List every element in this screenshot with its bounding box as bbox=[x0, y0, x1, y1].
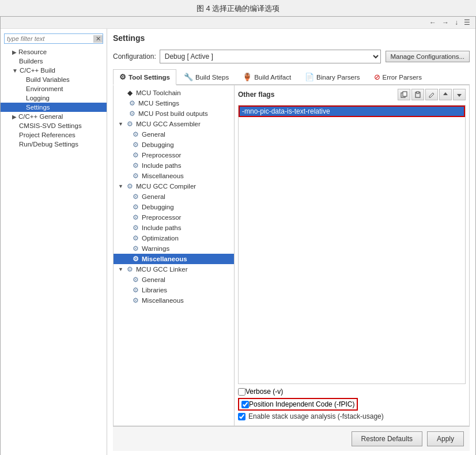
arrow-icon: ▶ bbox=[12, 49, 17, 55]
build-artifact-icon: 🏺 bbox=[243, 73, 252, 81]
tool-settings-icon: ⚙ bbox=[119, 73, 126, 81]
sidebar-item-rundebug[interactable]: Run/Debug Settings bbox=[1, 140, 107, 149]
stack-checkbox[interactable] bbox=[238, 413, 245, 420]
tab-build-steps[interactable]: 🔧 Build Steps bbox=[177, 69, 235, 84]
node-label: Preprocessor bbox=[142, 152, 181, 159]
node-assembler-general[interactable]: ⚙ General bbox=[114, 129, 234, 140]
gear-icon: ⚙ bbox=[131, 276, 140, 284]
node-mcu-gcc-compiler[interactable]: ▼ ⚙ MCU GCC Compiler bbox=[114, 181, 234, 191]
nav-back[interactable]: ← bbox=[428, 18, 438, 27]
tab-tool-settings[interactable]: ⚙ Tool Settings bbox=[113, 69, 176, 85]
flag-value: -mno-pic-data-is-text-relative bbox=[242, 107, 330, 115]
top-nav-bar: ← → ↓ ☰ bbox=[1, 17, 475, 29]
flags-toolbar bbox=[398, 89, 466, 100]
sidebar-item-settings[interactable]: Settings bbox=[1, 103, 107, 112]
pic-checkbox[interactable] bbox=[241, 401, 249, 408]
gear-icon: ⚙ bbox=[131, 296, 140, 304]
tab-binary-parsers[interactable]: 📄 Binary Parsers bbox=[299, 69, 366, 84]
node-compiler-misc[interactable]: ⚙ Miscellaneous bbox=[114, 254, 234, 264]
node-compiler-preprocessor[interactable]: ⚙ Preprocessor bbox=[114, 212, 234, 223]
node-label: General bbox=[142, 193, 165, 200]
sidebar-item-cmsis[interactable]: CMSIS-SVD Settings bbox=[1, 121, 107, 130]
apply-button[interactable]: Apply bbox=[427, 431, 464, 446]
sidebar-item-build-variables[interactable]: Build Variables bbox=[1, 75, 107, 84]
toolbar-down-btn[interactable] bbox=[453, 89, 466, 100]
gear-icon: ⚙ bbox=[131, 161, 140, 170]
gear-icon: ⚙ bbox=[131, 213, 140, 221]
sidebar-item-resource[interactable]: ▶ Resource bbox=[1, 47, 107, 57]
node-linker-libraries[interactable]: ⚙ Libraries bbox=[114, 285, 234, 295]
node-compiler-debugging[interactable]: ⚙ Debugging bbox=[114, 202, 234, 212]
title-text: 图 4 选择正确的编译选项 bbox=[197, 4, 279, 13]
content-panel: Settings Configuration: Debug [ Active ]… bbox=[107, 29, 475, 455]
node-compiler-optimization[interactable]: ⚙ Optimization bbox=[114, 233, 234, 243]
pic-label[interactable]: Position Independent Code (-fPIC) bbox=[249, 400, 354, 408]
node-compiler-warnings[interactable]: ⚙ Warnings bbox=[114, 243, 234, 254]
filter-box[interactable]: ✕ bbox=[4, 33, 103, 44]
node-label: Debugging bbox=[142, 141, 174, 148]
node-assembler-preprocessor[interactable]: ⚙ Preprocessor bbox=[114, 150, 234, 160]
sidebar-item-builders[interactable]: Builders bbox=[1, 57, 107, 66]
tab-label: Binary Parsers bbox=[316, 74, 360, 81]
sidebar-item-ccpp-build[interactable]: ▼ C/C++ Build bbox=[1, 66, 107, 75]
node-mcu-gcc-linker[interactable]: ▼ ⚙ MCU GCC Linker bbox=[114, 264, 234, 274]
node-assembler-debugging[interactable]: ⚙ Debugging bbox=[114, 140, 234, 150]
node-label: Miscellaneous bbox=[142, 297, 184, 304]
pic-checkbox-row: Position Independent Code (-fPIC) bbox=[238, 398, 358, 411]
gear-icon: ⚙ bbox=[131, 203, 140, 211]
node-mcu-toolchain[interactable]: ◆ MCU Toolchain bbox=[114, 88, 234, 98]
manage-configurations-button[interactable]: Manage Configurations... bbox=[386, 51, 470, 62]
flags-bottom: Verbose (-v) Position Independent Code (… bbox=[238, 388, 466, 422]
sidebar-item-ccpp-general[interactable]: ▶ C/C++ General bbox=[1, 112, 107, 121]
node-label: MCU Toolchain bbox=[136, 89, 181, 96]
toolbar-up-btn[interactable] bbox=[439, 89, 452, 100]
nav-down[interactable]: ↓ bbox=[453, 18, 460, 27]
sidebar-item-environment[interactable]: Environment bbox=[1, 84, 107, 93]
node-assembler-include[interactable]: ⚙ Include paths bbox=[114, 160, 234, 171]
filter-input[interactable] bbox=[5, 34, 93, 43]
toolbar-edit-btn[interactable] bbox=[425, 89, 438, 100]
expand-arrow-icon: ▼ bbox=[118, 121, 125, 127]
tab-error-parsers[interactable]: ⊘ Error Parsers bbox=[368, 69, 428, 84]
arrow-icon: ▶ bbox=[12, 114, 17, 120]
node-assembler-misc[interactable]: ⚙ Miscellaneous bbox=[114, 171, 234, 181]
tab-label: Build Steps bbox=[195, 74, 229, 81]
gear-icon: ⚙ bbox=[125, 120, 134, 128]
node-label: General bbox=[142, 276, 165, 283]
tab-build-artifact[interactable]: 🏺 Build Artifact bbox=[236, 69, 297, 84]
sidebar-label: Environment bbox=[26, 85, 63, 92]
verbose-row: Verbose (-v) bbox=[238, 388, 466, 396]
verbose-checkbox[interactable] bbox=[238, 388, 245, 396]
sidebar-label: C/C++ Build bbox=[20, 67, 55, 74]
node-compiler-general[interactable]: ⚙ General bbox=[114, 191, 234, 202]
node-label: Include paths bbox=[142, 224, 181, 231]
stack-checkbox-row: Enable stack usage analysis (-fstack-usa… bbox=[238, 412, 466, 420]
gear-icon: ⚙ bbox=[125, 265, 134, 273]
toolbar-paste-btn[interactable] bbox=[411, 89, 424, 100]
stack-label[interactable]: Enable stack usage analysis (-fstack-usa… bbox=[248, 412, 384, 420]
node-linker-general[interactable]: ⚙ General bbox=[114, 274, 234, 285]
toolbar-copy-btn[interactable] bbox=[398, 89, 410, 100]
node-mcu-gcc-assembler[interactable]: ▼ ⚙ MCU GCC Assembler bbox=[114, 119, 234, 129]
nav-menu[interactable]: ☰ bbox=[462, 18, 472, 27]
restore-defaults-button[interactable]: Restore Defaults bbox=[352, 431, 422, 446]
tabs-bar: ⚙ Tool Settings 🔧 Build Steps 🏺 Build Ar… bbox=[113, 69, 470, 85]
node-label: Warnings bbox=[142, 245, 169, 252]
flag-item[interactable]: -mno-pic-data-is-text-relative bbox=[239, 106, 465, 117]
verbose-label[interactable]: Verbose (-v) bbox=[245, 388, 283, 396]
gear-icon: ⚙ bbox=[125, 182, 134, 190]
sidebar-item-logging[interactable]: Logging bbox=[1, 93, 107, 103]
node-compiler-include[interactable]: ⚙ Include paths bbox=[114, 223, 234, 233]
sidebar-label: Build Variables bbox=[26, 76, 70, 83]
node-mcu-settings[interactable]: ⚙ MCU Settings bbox=[114, 98, 234, 108]
sidebar-label: Settings bbox=[26, 104, 50, 111]
node-mcu-post-build[interactable]: ⚙ MCU Post build outputs bbox=[114, 108, 234, 119]
node-linker-misc[interactable]: ⚙ Miscellaneous bbox=[114, 295, 234, 306]
sidebar-item-project-refs[interactable]: Project References bbox=[1, 130, 107, 140]
node-label: Miscellaneous bbox=[142, 172, 184, 179]
node-label: Optimization bbox=[142, 235, 179, 242]
filter-clear-button[interactable]: ✕ bbox=[93, 35, 103, 43]
nav-forward[interactable]: → bbox=[440, 18, 451, 27]
node-label: Libraries bbox=[142, 287, 167, 294]
configuration-dropdown[interactable]: Debug [ Active ] bbox=[160, 50, 381, 63]
